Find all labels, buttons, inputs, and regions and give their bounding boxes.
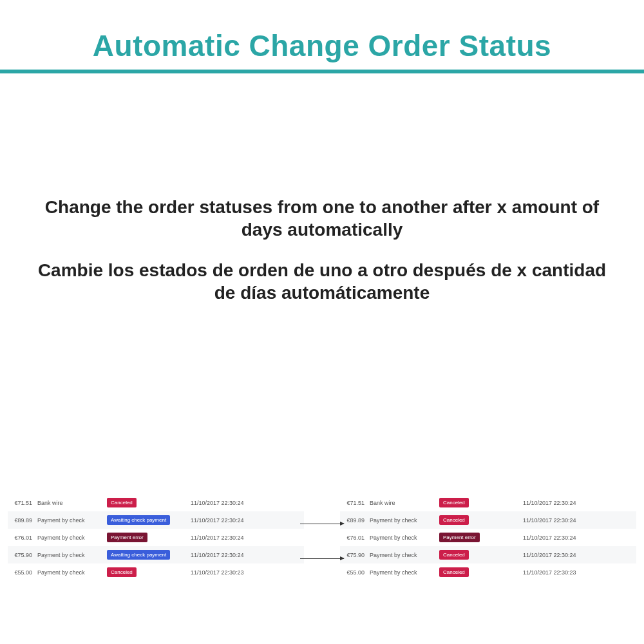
cell-status: Canceled bbox=[104, 564, 188, 581]
cell-status: Canceled bbox=[437, 494, 520, 511]
description-es: Cambie los estados de orden de uno a otr… bbox=[31, 259, 613, 304]
cell-status: Awaiting check payment bbox=[104, 546, 188, 564]
cell-status: Canceled bbox=[437, 564, 520, 581]
status-badge: Canceled bbox=[107, 567, 137, 577]
table-row: €55.00 Payment by check Canceled 11/10/2… bbox=[340, 564, 636, 581]
cell-method: Payment by check bbox=[367, 511, 437, 529]
cell-price: €76.01 bbox=[8, 529, 35, 546]
cell-date: 11/10/2017 22:30:23 bbox=[520, 564, 636, 581]
cell-price: €71.51 bbox=[8, 494, 35, 511]
cell-price: €76.01 bbox=[340, 529, 367, 546]
cell-date: 11/10/2017 22:30:24 bbox=[520, 494, 636, 511]
status-badge: Canceled bbox=[439, 550, 469, 560]
cell-status: Awaiting check payment bbox=[104, 511, 188, 529]
status-badge: Canceled bbox=[439, 498, 469, 507]
cell-method: Payment by check bbox=[367, 546, 437, 564]
cell-price: €75.90 bbox=[8, 546, 35, 564]
description-block: Change the order statuses from one to an… bbox=[0, 196, 644, 304]
cell-status: Canceled bbox=[104, 494, 188, 511]
status-badge: Awaiting check payment bbox=[107, 550, 170, 560]
cell-status: Canceled bbox=[437, 511, 520, 529]
arrow-icon bbox=[300, 524, 344, 524]
cell-price: €89.89 bbox=[8, 511, 35, 529]
description-en: Change the order statuses from one to an… bbox=[31, 196, 613, 241]
cell-method: Payment by check bbox=[35, 564, 104, 581]
cell-date: 11/10/2017 22:30:24 bbox=[188, 494, 304, 511]
cell-price: €75.90 bbox=[340, 546, 367, 564]
title-underline bbox=[0, 70, 644, 73]
cell-price: €89.89 bbox=[340, 511, 367, 529]
status-badge: Canceled bbox=[439, 515, 469, 525]
cell-method: Payment by check bbox=[35, 511, 104, 529]
status-badge: Canceled bbox=[439, 567, 469, 577]
table-row: €76.01 Payment by check Payment error 11… bbox=[340, 529, 636, 546]
page-title: Automatic Change Order Status bbox=[0, 0, 644, 70]
cell-method: Payment by check bbox=[367, 564, 437, 581]
table-row: €71.51 Bank wire Canceled 11/10/2017 22:… bbox=[340, 494, 636, 511]
cell-status: Payment error bbox=[437, 529, 520, 546]
table-row: €71.51 Bank wire Canceled 11/10/2017 22:… bbox=[8, 494, 304, 511]
table-row: €75.90 Payment by check Awaiting check p… bbox=[8, 546, 304, 564]
cell-method: Bank wire bbox=[35, 494, 104, 511]
status-badge: Payment error bbox=[439, 533, 480, 542]
cell-date: 11/10/2017 22:30:24 bbox=[520, 511, 636, 529]
cell-date: 11/10/2017 22:30:23 bbox=[188, 564, 304, 581]
cell-method: Payment by check bbox=[367, 529, 437, 546]
cell-status: Payment error bbox=[104, 529, 188, 546]
orders-table-after: €71.51 Bank wire Canceled 11/10/2017 22:… bbox=[340, 494, 636, 581]
cell-date: 11/10/2017 22:30:24 bbox=[188, 511, 304, 529]
status-badge: Canceled bbox=[107, 498, 137, 507]
status-badge: Payment error bbox=[107, 533, 147, 542]
arrow-icon bbox=[300, 558, 344, 559]
cell-method: Payment by check bbox=[35, 546, 104, 564]
table-row: €75.90 Payment by check Canceled 11/10/2… bbox=[340, 546, 636, 564]
cell-price: €55.00 bbox=[8, 564, 35, 581]
cell-price: €71.51 bbox=[340, 494, 367, 511]
transition-arrows bbox=[304, 494, 340, 581]
table-row: €76.01 Payment by check Payment error 11… bbox=[8, 529, 304, 546]
cell-status: Canceled bbox=[437, 546, 520, 564]
status-badge: Awaiting check payment bbox=[107, 515, 170, 525]
tables-container: €71.51 Bank wire Canceled 11/10/2017 22:… bbox=[0, 494, 644, 581]
cell-date: 11/10/2017 22:30:24 bbox=[520, 546, 636, 564]
table-row: €89.89 Payment by check Awaiting check p… bbox=[8, 511, 304, 529]
table-row: €55.00 Payment by check Canceled 11/10/2… bbox=[8, 564, 304, 581]
cell-date: 11/10/2017 22:30:24 bbox=[188, 546, 304, 564]
table-row: €89.89 Payment by check Canceled 11/10/2… bbox=[340, 511, 636, 529]
cell-price: €55.00 bbox=[340, 564, 367, 581]
cell-date: 11/10/2017 22:30:24 bbox=[188, 529, 304, 546]
cell-date: 11/10/2017 22:30:24 bbox=[520, 529, 636, 546]
cell-method: Bank wire bbox=[367, 494, 437, 511]
orders-table-before: €71.51 Bank wire Canceled 11/10/2017 22:… bbox=[8, 494, 304, 581]
cell-method: Payment by check bbox=[35, 529, 104, 546]
